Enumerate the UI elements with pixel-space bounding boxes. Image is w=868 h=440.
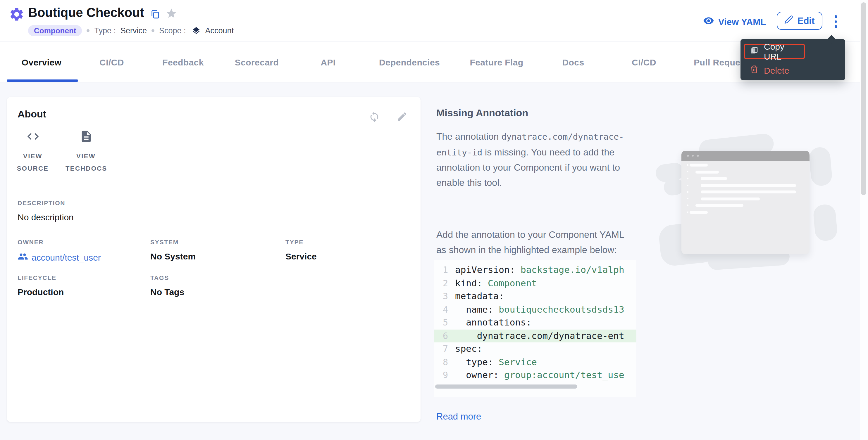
more-options-button[interactable] bbox=[830, 13, 842, 30]
code-line: 2kind: Component bbox=[434, 277, 637, 290]
code-line: 4 name: boutiquecheckoutsdsds13 bbox=[434, 303, 637, 316]
code-editor-illustration bbox=[681, 151, 809, 254]
type-value: Service bbox=[121, 26, 147, 35]
view-source-button[interactable]: VIEW SOURCE bbox=[7, 130, 59, 175]
edit-about-icon[interactable] bbox=[397, 111, 408, 125]
tab-dependencies[interactable]: Dependencies bbox=[379, 41, 440, 82]
view-techdocs-button[interactable]: VIEW TECHDOCS bbox=[60, 130, 112, 175]
eye-icon bbox=[703, 15, 714, 29]
favorite-star-icon[interactable] bbox=[165, 8, 177, 22]
document-icon bbox=[79, 130, 93, 145]
tags-value: No Tags bbox=[150, 287, 184, 297]
entity-subheader: Component Type : Service Scope : Account bbox=[28, 25, 234, 36]
code-horizontal-scrollbar[interactable] bbox=[435, 384, 577, 388]
missing-annotation-paragraph: The annotation dynatrace.com/dynatrace-e… bbox=[436, 129, 633, 190]
trash-icon bbox=[750, 65, 758, 75]
menu-item-delete[interactable]: Delete bbox=[750, 64, 789, 76]
owner-label: OWNER bbox=[18, 238, 44, 245]
lifecycle-label: LIFECYCLE bbox=[18, 274, 57, 281]
copy-url-label: Copy URL bbox=[764, 41, 799, 61]
scope-label: Scope : bbox=[159, 26, 186, 35]
scope-value: Account bbox=[205, 26, 234, 35]
edit-button[interactable]: Edit bbox=[777, 12, 823, 30]
page-scrollbar-thumb[interactable] bbox=[861, 2, 866, 195]
copy-icon bbox=[750, 46, 758, 57]
code-line: 3metadata: bbox=[434, 290, 637, 303]
read-more-link[interactable]: Read more bbox=[436, 411, 481, 422]
copy-name-icon[interactable] bbox=[150, 9, 160, 22]
view-yaml-button[interactable]: View YAML bbox=[703, 15, 766, 29]
code-line: 7spec: bbox=[434, 342, 637, 356]
layers-icon bbox=[192, 26, 200, 35]
lifecycle-value: Production bbox=[18, 287, 64, 297]
missing-annotation-title: Missing Annotation bbox=[436, 107, 528, 119]
code-line: 9 owner: group:account/test_use bbox=[434, 369, 637, 382]
tab-overview[interactable]: Overview bbox=[22, 41, 62, 82]
code-line: 8 type: Service bbox=[434, 356, 637, 369]
tab-cicd-1[interactable]: CI/CD bbox=[99, 41, 124, 82]
tab-api[interactable]: API bbox=[320, 41, 336, 82]
separator-dot bbox=[87, 29, 90, 32]
context-menu: Copy URL Delete bbox=[741, 39, 845, 80]
separator-dot bbox=[152, 29, 154, 32]
owner-value: account/test_user bbox=[32, 252, 101, 262]
code-line-highlighted: 6 dynatrace.com/dynatrace-ent bbox=[434, 329, 637, 342]
delete-label: Delete bbox=[764, 65, 789, 75]
group-icon bbox=[18, 251, 28, 264]
page-title: Boutique Checkout bbox=[28, 5, 144, 21]
code-icon bbox=[26, 130, 39, 145]
illustration-titlebar bbox=[681, 151, 809, 161]
menu-item-copy-url[interactable]: Copy URL bbox=[744, 44, 805, 59]
system-label: SYSTEM bbox=[150, 238, 179, 245]
description-label: DESCRIPTION bbox=[18, 199, 65, 206]
refresh-icon[interactable] bbox=[369, 111, 380, 125]
description-value: No description bbox=[18, 212, 74, 222]
type-label: Type : bbox=[94, 26, 116, 35]
view-techdocs-label: VIEW TECHDOCS bbox=[65, 150, 106, 175]
edit-label: Edit bbox=[798, 15, 815, 26]
system-value: No System bbox=[150, 251, 196, 261]
tab-feedback[interactable]: Feedback bbox=[162, 41, 204, 82]
active-tab-indicator bbox=[7, 79, 78, 81]
tags-label: TAGS bbox=[150, 274, 169, 281]
component-gear-icon bbox=[9, 6, 25, 25]
tab-docs[interactable]: Docs bbox=[562, 41, 584, 82]
view-yaml-label: View YAML bbox=[718, 16, 766, 27]
tab-feature-flag[interactable]: Feature Flag bbox=[470, 41, 523, 82]
yaml-code-block: 1apiVersion: backstage.io/v1alph 2kind: … bbox=[434, 260, 637, 397]
decorative-blob bbox=[813, 204, 838, 242]
type-field-label: TYPE bbox=[285, 238, 304, 245]
kind-chip: Component bbox=[28, 25, 82, 36]
view-source-label: VIEW SOURCE bbox=[12, 150, 53, 175]
tab-scorecard[interactable]: Scorecard bbox=[235, 41, 279, 82]
about-card-title: About bbox=[18, 109, 46, 121]
add-annotation-paragraph: Add the annotation to your Component YAM… bbox=[436, 227, 633, 257]
code-line: 5 annotations: bbox=[434, 316, 637, 329]
tab-cicd-2[interactable]: CI/CD bbox=[632, 41, 656, 82]
pencil-icon bbox=[785, 15, 794, 26]
page: Boutique Checkout Component Type : Servi… bbox=[0, 0, 868, 440]
owner-link[interactable]: account/test_user bbox=[18, 251, 101, 264]
code-line: 1apiVersion: backstage.io/v1alph bbox=[434, 264, 637, 277]
type-field-value: Service bbox=[285, 251, 317, 261]
